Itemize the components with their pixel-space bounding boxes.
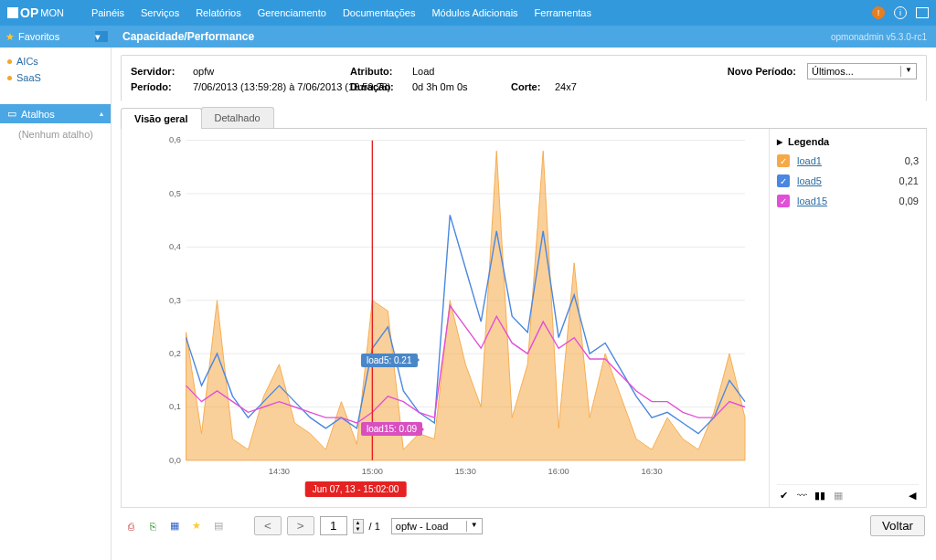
top-right-icons: ! i (872, 6, 929, 19)
topbar: OP MON Painéis Serviços Relatórios Geren… (0, 0, 936, 26)
nav-modulos[interactable]: Módulos Adicionais (431, 7, 517, 18)
svg-text:0,1: 0,1 (169, 402, 181, 411)
shortcuts-empty: (Nenhum atalho) (0, 123, 111, 145)
tabs: Visão geral Detalhado (121, 107, 927, 129)
nav-relatorios[interactable]: Relatórios (196, 7, 241, 18)
lbl-servidor: Servidor: (131, 66, 186, 77)
legend-header[interactable]: ▶ Legenda (777, 136, 919, 147)
callout-load15: load15: 0.09 (361, 422, 422, 436)
svg-text:0,6: 0,6 (169, 136, 181, 144)
legend-row: ✓ load1 0,3 (777, 154, 919, 167)
legend-toolbar: ✔ 〰 ▮▮ ▦ ◀ (777, 484, 919, 502)
nav-servicos[interactable]: Serviços (141, 7, 179, 18)
val-servidor: opfw (193, 66, 321, 77)
nav-ferramentas[interactable]: Ferramentas (535, 7, 591, 18)
logo-square-icon (7, 7, 18, 18)
top-nav: Painéis Serviços Relatórios Gerenciament… (91, 7, 591, 18)
logo-mon: MON (40, 7, 64, 18)
shortcuts-label: Atalhos (21, 109, 55, 120)
chevron-down-icon: ▼ (900, 66, 912, 77)
legend-collapse-icon: ▶ (777, 138, 782, 146)
sidebar: AICs SaaS ▭ Atalhos ▴ (Nenhum atalho) (0, 48, 112, 560)
callout-load5: load5: 0.21 (361, 354, 418, 367)
legend-bar-icon[interactable]: ▮▮ (814, 489, 826, 502)
nav-gerenciamento[interactable]: Gerenciamento (258, 7, 326, 18)
xml-icon[interactable]: ⎘ (144, 518, 161, 534)
main-content: Servidor: opfw Atributo: Load Novo Perío… (112, 48, 936, 560)
legend-value: 0,21 (899, 175, 919, 186)
svg-text:0,3: 0,3 (169, 296, 181, 305)
sidebar-shortcuts-header[interactable]: ▭ Atalhos ▴ (0, 104, 111, 123)
nav-documentacoes[interactable]: Documentações (343, 7, 416, 18)
page-spinner[interactable]: ▲▼ (353, 519, 364, 534)
pdf-icon[interactable]: ⎙ (122, 518, 139, 534)
chevron-down-icon: ▼ (466, 521, 478, 532)
next-page-button[interactable]: > (287, 516, 314, 535)
legend-label[interactable]: load15 (797, 195, 892, 206)
lbl-novo-periodo: Novo Período: (728, 66, 796, 77)
version-label: opmonadmin v5.3.0-rc1 (831, 32, 927, 42)
sidebar-item-aics[interactable]: AICs (0, 53, 111, 69)
lbl-duracao: Duração: (350, 81, 405, 92)
val-corte: 24x7 (555, 81, 577, 92)
legend-title: Legenda (788, 136, 829, 147)
favorites-dropdown-icon[interactable]: ▾ (95, 31, 108, 42)
grid-icon[interactable]: ▤ (210, 518, 227, 534)
legend-label[interactable]: load5 (797, 175, 892, 186)
series-selector[interactable]: opfw - Load ▼ (391, 518, 483, 534)
page-input[interactable] (320, 516, 347, 535)
collapse-icon[interactable]: ▴ (100, 110, 103, 118)
legend-value: 0,3 (905, 155, 919, 166)
val-atributo: Load (412, 66, 434, 77)
callout-time: Jun 07, 13 - 15:02:00 (305, 481, 407, 497)
svg-text:16:30: 16:30 (642, 467, 663, 476)
fav-icon[interactable]: ★ (188, 518, 205, 534)
legend-pic-icon[interactable]: ▦ (832, 489, 845, 502)
logo: OP MON (7, 5, 64, 20)
favorites-label[interactable]: Favoritos (18, 31, 59, 42)
series-selector-value: opfw - Load (396, 521, 448, 532)
legend-row: ✓ load5 0,21 (777, 174, 919, 187)
novo-periodo-combo[interactable]: Últimos... ▼ (807, 63, 917, 79)
novo-periodo-value: Últimos... (812, 66, 854, 77)
prev-page-button[interactable]: < (254, 516, 282, 535)
img-icon[interactable]: ▦ (166, 518, 183, 534)
alert-icon[interactable]: ! (872, 6, 885, 19)
chart[interactable]: 0,00,10,20,30,40,50,614:3015:0015:3016:0… (122, 129, 769, 507)
meta-panel: Servidor: opfw Atributo: Load Novo Perío… (121, 55, 927, 101)
lbl-corte: Corte: (511, 81, 548, 92)
svg-text:0,2: 0,2 (169, 349, 181, 358)
subbar: ★ Favoritos ▾ Capacidade/Performance opm… (0, 26, 936, 48)
svg-text:14:30: 14:30 (269, 467, 290, 476)
info-icon[interactable]: i (894, 6, 907, 19)
lbl-periodo: Período: (131, 81, 186, 92)
breadcrumb: Capacidade/Performance (112, 30, 254, 43)
folder-icon: ▭ (7, 108, 16, 120)
val-duracao: 0d 3h 0m 0s (412, 81, 504, 92)
svg-text:15:00: 15:00 (362, 467, 383, 476)
legend-checkbox[interactable]: ✓ (777, 154, 790, 167)
svg-text:15:30: 15:30 (455, 467, 476, 476)
back-button[interactable]: Voltar (870, 515, 925, 536)
legend-value: 0,09 (899, 195, 919, 206)
svg-text:0,4: 0,4 (169, 242, 181, 251)
tab-overview[interactable]: Visão geral (121, 108, 202, 129)
chart-svg: 0,00,10,20,30,40,50,614:3015:0015:3016:0… (153, 136, 761, 481)
legend-check-icon[interactable]: ✔ (777, 489, 790, 502)
nav-paineis[interactable]: Painéis (91, 7, 124, 18)
page-total: / 1 (369, 521, 380, 532)
star-icon[interactable]: ★ (5, 31, 15, 43)
svg-text:0,5: 0,5 (169, 189, 181, 198)
chart-area: 0,00,10,20,30,40,50,614:3015:0015:3016:0… (121, 129, 927, 508)
legend-line-icon[interactable]: 〰 (795, 489, 808, 502)
tab-detail[interactable]: Detalhado (201, 107, 274, 128)
legend: ▶ Legenda ✓ load1 0,3✓ load5 0,21✓ load1… (769, 129, 926, 507)
fullscreen-icon[interactable] (916, 7, 929, 18)
legend-label[interactable]: load1 (797, 155, 898, 166)
footer-toolbar: ⎙ ⎘ ▦ ★ ▤ < > ▲▼ / 1 opfw - Load ▼ Volta… (121, 515, 927, 536)
sidebar-item-saas[interactable]: SaaS (0, 69, 111, 86)
legend-checkbox[interactable]: ✓ (777, 174, 790, 187)
legend-checkbox[interactable]: ✓ (777, 195, 790, 207)
legend-prev-icon[interactable]: ◀ (906, 489, 919, 502)
lbl-atributo: Atributo: (350, 66, 405, 77)
